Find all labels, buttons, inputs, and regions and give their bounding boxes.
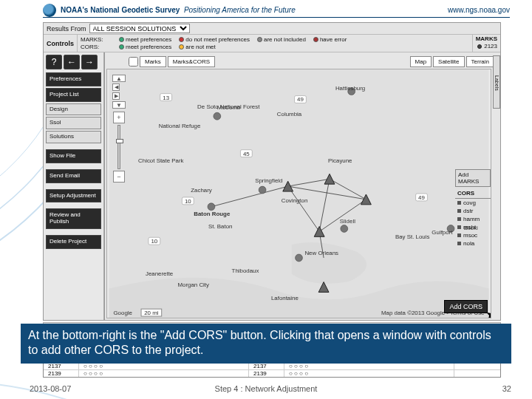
satellite-tab[interactable]: Satellite — [433, 56, 464, 67]
pan-down[interactable]: ▼ — [112, 101, 126, 109]
svg-text:49: 49 — [297, 96, 304, 103]
help-button[interactable]: ? — [46, 55, 62, 69]
markscors-tab[interactable]: Marks&CORS — [168, 56, 215, 67]
results-bar: Results From ALL SESSION SOLUTIONS — [44, 23, 500, 35]
sidebar: ? ← → Preferences Project List Design Ss… — [44, 52, 104, 320]
prefs-button[interactable]: Preferences — [46, 72, 101, 86]
zoom-in-button[interactable]: + — [113, 112, 125, 123]
project-list-button[interactable]: Project List — [46, 88, 101, 102]
svg-text:De Soto National Forest: De Soto National Forest — [197, 103, 260, 110]
cors-panel: Add MARKS CORS covg dstr hamm msht msoc … — [455, 169, 491, 248]
svg-point-19 — [259, 186, 266, 194]
forward-button[interactable]: → — [81, 55, 98, 69]
cors-item[interactable]: hamm — [455, 215, 491, 223]
svg-text:Slidell: Slidell — [340, 218, 355, 225]
results-label: Results From — [47, 25, 86, 33]
marks-checkbox[interactable] — [129, 57, 138, 66]
cors-item[interactable]: nola — [455, 239, 491, 248]
map-canvas[interactable]: ▲ ◀ ▶ ▼ + − 13 45 49 — [106, 69, 491, 318]
svg-text:Jeanerette: Jeanerette — [146, 270, 174, 277]
labels-tab[interactable]: Labels — [493, 55, 500, 109]
map-toolbar: Marks Marks&CORS Map Satellite Terrain — [109, 55, 496, 67]
main-area: ? ← → Preferences Project List Design Ss… — [44, 52, 500, 320]
map-tab[interactable]: Map — [410, 56, 432, 67]
filter-bar: Controls MARKS: meet preferences do not … — [44, 35, 500, 52]
svg-text:Covington: Covington — [282, 197, 308, 204]
svg-text:Bay St. Louis: Bay St. Louis — [395, 233, 430, 240]
svg-text:45: 45 — [243, 151, 250, 157]
cors-item[interactable]: dstr — [455, 207, 491, 215]
pan-right[interactable]: ▶ — [112, 92, 120, 100]
footer-date: 2013-08-07 — [30, 384, 71, 393]
svg-text:Columbia: Columbia — [277, 111, 302, 117]
footer-page: 32 — [502, 384, 511, 393]
bottom-table: 2137 ○ ○ ○ ○ 2137 ○ ○ ○ ○ 2139 ○ ○ ○ ○ 2… — [43, 361, 501, 378]
callout-box: At the bottom-right is the "Add CORS" bu… — [21, 324, 511, 362]
setup-adjustment-button[interactable]: Setup Adjustment — [46, 189, 101, 203]
svg-text:St. Baton: St. Baton — [208, 223, 232, 230]
cors-item[interactable]: msoc — [455, 231, 491, 239]
svg-text:49: 49 — [418, 194, 425, 201]
app-window: Results From ALL SESSION SOLUTIONS Contr… — [43, 22, 501, 321]
svg-text:13: 13 — [163, 95, 169, 101]
controls-head: Controls — [44, 35, 78, 52]
back-button[interactable]: ← — [64, 55, 80, 69]
tagline: Positioning America for the Future — [184, 6, 296, 14]
show-file-button[interactable]: Show File — [46, 149, 101, 163]
ssol-button[interactable]: Ssol — [46, 117, 101, 129]
solutions-button[interactable]: Solutions — [46, 131, 101, 143]
zoom-slider[interactable] — [117, 125, 120, 169]
cors-item[interactable]: msht — [455, 223, 491, 231]
send-email-button[interactable]: Send Email — [46, 169, 101, 183]
svg-text:20 mi: 20 mi — [144, 310, 159, 316]
map-svg: 13 45 49 49 10 10 — [107, 69, 491, 318]
design-button[interactable]: Design — [46, 103, 101, 116]
zoom-control: ▲ ◀ ▶ ▼ + − — [112, 74, 126, 183]
cors-head: CORS — [455, 188, 491, 199]
svg-text:Thibodaux: Thibodaux — [232, 267, 259, 274]
svg-text:Chicot State Park: Chicot State Park — [138, 157, 183, 164]
svg-text:Hattiesburg: Hattiesburg — [335, 85, 365, 92]
pan-left[interactable]: ◀ — [112, 83, 120, 91]
svg-text:Lafontaine: Lafontaine — [271, 295, 299, 301]
svg-text:Zachary: Zachary — [191, 187, 212, 194]
pan-up[interactable]: ▲ — [112, 75, 126, 82]
noaa-logo — [43, 4, 56, 17]
svg-text:10: 10 — [151, 238, 157, 245]
svg-point-20 — [214, 112, 221, 120]
site-url: www.ngs.noaa.gov — [448, 6, 510, 14]
terrain-tab[interactable]: Terrain — [466, 56, 494, 67]
add-marks-button[interactable]: Add MARKS — [455, 169, 491, 187]
review-publish-button[interactable]: Review and Publish — [46, 208, 101, 229]
svg-point-22 — [296, 254, 303, 262]
dept-name: National Geodetic Survey — [90, 6, 180, 14]
cors-item[interactable]: covg — [455, 199, 491, 207]
delete-project-button[interactable]: Delete Project — [46, 235, 101, 249]
footer-title: Step 4 : Network Adjustment — [215, 384, 318, 393]
agency-name: NOAA's — [61, 6, 88, 14]
marks-tab[interactable]: Marks — [140, 56, 166, 67]
svg-text:10: 10 — [185, 198, 191, 205]
svg-text:National Refuge: National Refuge — [159, 123, 201, 129]
noaa-header: NOAA's National Geodetic Survey Position… — [43, 4, 510, 18]
add-cors-button[interactable]: Add CORS — [444, 300, 488, 313]
svg-text:Morgan City: Morgan City — [177, 282, 209, 288]
svg-text:Springfield: Springfield — [255, 177, 282, 184]
map-container: Marks Marks&CORS Map Satellite Terrain L… — [104, 52, 500, 320]
svg-text:Gulfport: Gulfport — [432, 229, 453, 236]
slide-footer: 2013-08-07 Step 4 : Network Adjustment 3… — [0, 383, 532, 395]
svg-text:Baton Rouge: Baton Rouge — [194, 211, 231, 217]
svg-text:Picayune: Picayune — [328, 157, 352, 164]
marks-id-panel: MARKS 2123 2134 2137 2139 — [472, 35, 500, 52]
svg-point-23 — [341, 225, 348, 232]
svg-text:Google: Google — [113, 310, 132, 316]
results-select[interactable]: ALL SESSION SOLUTIONS — [89, 24, 190, 33]
callout-underline — [21, 362, 511, 364]
filter-legend: MARKS: meet preferences do not meet pref… — [78, 36, 472, 50]
zoom-out-button[interactable]: − — [113, 171, 125, 183]
svg-point-18 — [208, 203, 215, 211]
svg-text:New Orleans: New Orleans — [304, 250, 338, 256]
